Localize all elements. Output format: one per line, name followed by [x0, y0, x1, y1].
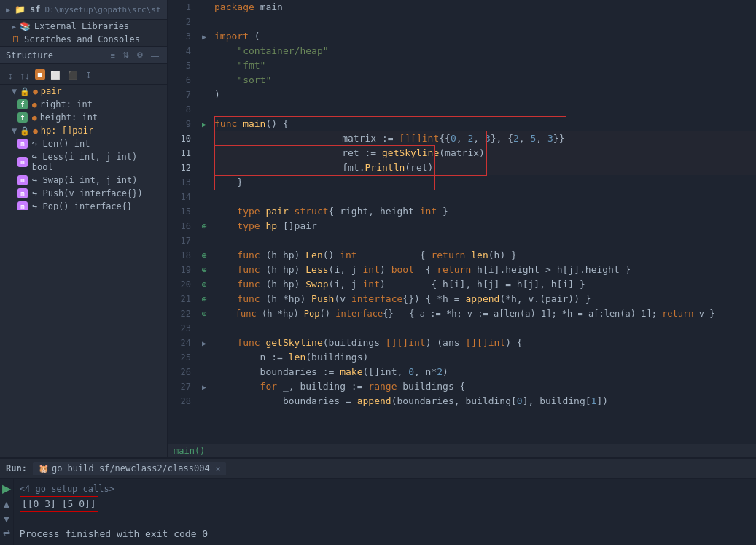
sidebar-item-scratches[interactable]: 🗒 Scratches and Consoles — [0, 33, 167, 46]
run-content: <4 go setup calls> [[0 3] [5 0]] Process… — [14, 479, 756, 544]
run-main: <4 go setup calls> [[0 3] [5 0]] Process… — [14, 479, 756, 545]
struct-item-swap[interactable]: m ↪ Swap(i int, j int) — [0, 174, 167, 187]
ln-27: 27 — [168, 379, 191, 394]
gi-6 — [197, 73, 211, 88]
gi-2 — [197, 15, 211, 29]
gi-9[interactable]: ▶ — [197, 117, 211, 131]
sidebar-item-external-libraries[interactable]: ▶ 📚 External Libraries — [0, 20, 167, 33]
ln-9: 9 — [168, 117, 191, 131]
ln-1: 1 — [168, 0, 191, 15]
code-line-14 — [214, 190, 756, 204]
code-container: 1 2 3 4 5 6 7 8 9 10 11 12 13 14 15 16 1 — [168, 0, 756, 444]
gi-18[interactable]: ⊕ — [197, 248, 211, 263]
struct-item-push[interactable]: m ↪ Push(v interface{}) — [0, 187, 167, 200]
run-wrap-btn[interactable]: ⇌ — [1, 527, 12, 538]
code-line-1: package main — [214, 0, 756, 15]
struct-item-right[interactable]: f ● right: int — [0, 98, 167, 111]
struct-expand[interactable]: ⬛ — [66, 69, 80, 82]
expand-hp: ▼ — [12, 125, 17, 136]
run-scroll-up-btn[interactable]: ▲ — [1, 498, 12, 510]
settings-btn[interactable]: ⚙ — [134, 50, 146, 61]
gi-7 — [197, 88, 211, 102]
code-content[interactable]: package main import ( "container/heap" "… — [211, 0, 756, 444]
code-line-24: func getSkyline(buildings [][]int) (ans … — [214, 336, 756, 350]
output-box: [[0 3] [5 0]] — [20, 496, 98, 512]
struct-item-pair[interactable]: ▼ 🔒 ● pair — [0, 85, 167, 98]
struct-sort2[interactable]: ↑↓ — [18, 69, 32, 82]
code-line-21: func (h *hp) Push(v interface{}) { *h = … — [214, 292, 756, 306]
gi-19[interactable]: ⊕ — [197, 263, 211, 277]
sort-alpha-btn[interactable]: ≡ — [109, 50, 117, 61]
structure-panel: Structure ≡ ⇅ ⚙ — ↕ ↑↓ ■ ⬜ ⬛ — [0, 46, 167, 457]
gi-27[interactable]: ▶ — [197, 379, 211, 394]
struct-item-height[interactable]: f ● height: int — [0, 111, 167, 124]
badge-m-len: m — [17, 139, 28, 149]
run-scroll-down-btn[interactable]: ▼ — [1, 513, 12, 525]
gi-22[interactable]: ⊕ — [197, 306, 211, 321]
struct-down[interactable]: ↧ — [83, 69, 94, 82]
gi-5 — [197, 58, 211, 73]
badge-f-height: f — [17, 112, 28, 123]
code-line-26: boundaries := make([]int, 0, n*2) — [214, 365, 756, 379]
struct-item-len[interactable]: m ↪ Len() int — [0, 137, 167, 150]
code-line-23 — [214, 321, 756, 336]
run-status-line: Process finished with exit code 0 — [20, 527, 750, 541]
code-line-17 — [214, 233, 756, 248]
gi-13 — [197, 175, 211, 190]
ln-18: 18 — [168, 248, 191, 263]
sort-btn[interactable]: ⇅ — [120, 50, 131, 61]
struct-item-hp[interactable]: ▼ 🔒 ● hp: []pair — [0, 124, 167, 137]
gi-8 — [197, 102, 211, 117]
breadcrumb: main() — [168, 444, 756, 457]
sidebar-header: ▶ 📁 sf D:\mysetup\gopath\src\sf — [0, 0, 167, 20]
gi-25 — [197, 350, 211, 365]
len-label: ↪ Len() int — [32, 139, 90, 149]
struct-item-less[interactable]: m ↪ Less(i int, j int) bool — [0, 150, 167, 174]
code-line-28: boundaries = append(boundaries, building… — [214, 394, 756, 409]
badge-pair: ● — [33, 87, 38, 96]
lock-hp: 🔒 — [20, 126, 30, 136]
run-tab[interactable]: 🐹 go build sf/newclass2/class004 ✕ — [33, 462, 226, 475]
run-header: Run: 🐹 go build sf/newclass2/class004 ✕ — [0, 459, 756, 479]
ln-17: 17 — [168, 233, 191, 248]
struct-sort1[interactable]: ↕ — [6, 69, 15, 82]
gi-16[interactable]: ⊕ — [197, 219, 211, 233]
ln-14: 14 — [168, 190, 191, 204]
code-line-2 — [214, 15, 756, 29]
ln-23: 23 — [168, 321, 191, 336]
close-panel-btn[interactable]: — — [149, 50, 161, 61]
badge-hp: ● — [33, 126, 38, 136]
run-play-btn[interactable]: ▶ — [1, 482, 12, 495]
gi-3[interactable]: ▶ — [197, 29, 211, 44]
ln-6: 6 — [168, 73, 191, 88]
gi-15 — [197, 204, 211, 219]
code-line-22: func (h *hp) Pop() interface{} { a := *h… — [214, 306, 756, 321]
struct-stop-icon: ■ — [35, 69, 45, 80]
ln-3: 3 — [168, 29, 191, 44]
badge-m-pop: m — [17, 201, 28, 210]
code-line-7: ) — [214, 88, 756, 102]
run-output-line: [[0 3] [5 0]] — [20, 496, 750, 512]
lock-height: ● — [32, 113, 37, 123]
gi-4 — [197, 44, 211, 58]
ln-24: 24 — [168, 336, 191, 350]
lib-icon: 📚 — [20, 21, 31, 31]
run-tab-close[interactable]: ✕ — [216, 464, 221, 474]
ln-11: 11 — [168, 146, 191, 161]
ln-26: 26 — [168, 365, 191, 379]
project-path: D:\mysetup\gopath\src\sf — [44, 5, 160, 15]
ln-21: 21 — [168, 292, 191, 306]
badge-m-less: m — [17, 157, 28, 167]
gi-21[interactable]: ⊕ — [197, 292, 211, 306]
struct-item-pop[interactable]: m ↪ Pop() interface{} — [0, 200, 167, 210]
gi-11 — [197, 146, 211, 161]
code-line-27: for _, building := range buildings { — [214, 379, 756, 394]
sidebar: ▶ 📁 sf D:\mysetup\gopath\src\sf ▶ 📚 Exte… — [0, 0, 168, 457]
struct-fold[interactable]: ⬜ — [48, 69, 63, 82]
run-icon-area: ▶ ▲ ▼ ⇌ — [0, 479, 14, 545]
swap-label: ↪ Swap(i int, j int) — [32, 175, 138, 185]
ln-5: 5 — [168, 58, 191, 73]
code-line-25: n := len(buildings) — [214, 350, 756, 365]
gi-20[interactable]: ⊕ — [197, 277, 211, 292]
gi-24[interactable]: ▶ — [197, 336, 211, 350]
